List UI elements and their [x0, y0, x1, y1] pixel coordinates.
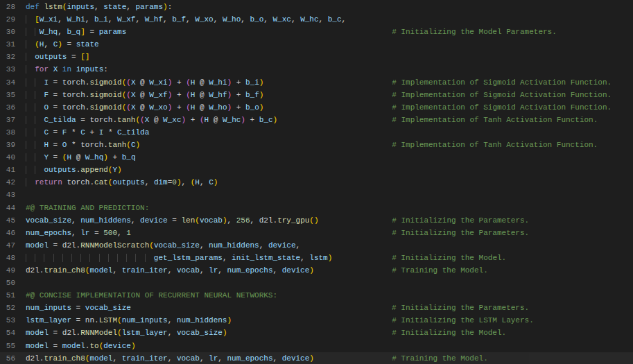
code-line-51[interactable]: 51#@ CONCISE IMPLEMENTATION OF RECURRENT… — [0, 289, 633, 302]
line-number[interactable]: 55 — [0, 340, 21, 352]
code-line-29[interactable]: 29 [W_xi, W_hi, b_i, W_xf, W_hf, b_f, W_… — [0, 13, 633, 26]
line-number[interactable]: 47 — [0, 239, 21, 252]
token-var: inputs — [67, 3, 94, 11]
code-line-47[interactable]: 47model = d2l.RNNModelScratch(vocab_size… — [0, 239, 633, 252]
code-line-31[interactable]: 31 (H, C) = state — [0, 38, 633, 51]
line-number[interactable]: 54 — [0, 327, 21, 339]
indent-guide — [26, 178, 35, 187]
line-number[interactable]: 36 — [0, 101, 21, 114]
line-number[interactable]: 44 — [0, 202, 21, 214]
token-b1: ( — [35, 40, 40, 49]
code-line-45[interactable]: 45vocab_size, num_hiddens, device = len(… — [0, 214, 633, 227]
token-var: vocab — [200, 216, 223, 225]
code-editor[interactable]: 28def lstm(inputs, state, params):29 [W_… — [0, 0, 633, 364]
token-var: vocab — [177, 354, 200, 363]
indent-guide — [26, 166, 35, 174]
line-number[interactable]: 41 — [0, 164, 21, 176]
token-plain: @ — [149, 116, 163, 124]
line-number[interactable]: 43 — [0, 189, 21, 201]
code-line-50[interactable]: 50 — [0, 277, 633, 289]
indent-guide — [53, 254, 62, 262]
line-number[interactable]: 30 — [0, 26, 21, 38]
token-var: model — [26, 329, 49, 337]
token-num: 256 — [236, 216, 250, 225]
line-number[interactable]: 52 — [0, 302, 21, 314]
token-plain: + — [85, 128, 99, 137]
line-number[interactable]: 49 — [0, 264, 21, 277]
token-plain: d2l. — [26, 354, 44, 363]
code-line-40[interactable]: 40 Y = (H @ W_hq) + b_q — [0, 151, 633, 164]
token-plain: * — [67, 128, 80, 137]
token-var: model — [89, 266, 112, 275]
token-fn: sigmoid — [89, 91, 121, 99]
line-number[interactable]: 28 — [0, 1, 21, 13]
line-number[interactable]: 29 — [0, 13, 21, 26]
inline-comment: # Initializing the Model. — [392, 254, 506, 262]
code-line-41[interactable]: 41 outputs.append(Y) — [0, 164, 633, 176]
line-number[interactable]: 31 — [0, 38, 21, 51]
code-line-49[interactable]: 49d2l.train_ch8(model, train_iter, vocab… — [0, 264, 633, 277]
code-line-48[interactable]: 48 get_lstm_params, init_lstm_state, lst… — [0, 252, 633, 264]
token-b2: ( — [126, 103, 131, 112]
token-var: b_f — [172, 15, 186, 24]
code-line-46[interactable]: 46num_epochs, lr = 500, 1 # Initializing… — [0, 227, 633, 239]
token-plain: = nn. — [71, 316, 99, 324]
line-number[interactable]: 51 — [0, 289, 21, 302]
inline-comment: # Training the Model. — [392, 354, 488, 363]
line-number[interactable]: 42 — [0, 176, 21, 189]
line-number[interactable]: 35 — [0, 89, 21, 101]
code-line-33[interactable]: 33 for X in inputs: — [0, 63, 633, 76]
token-b1: ) — [223, 216, 227, 225]
token-var: vocab_size — [177, 329, 223, 337]
indent-guide — [26, 40, 35, 49]
token-var: vocab — [177, 266, 200, 275]
token-fn: tanh — [117, 116, 135, 124]
line-number[interactable]: 53 — [0, 314, 21, 327]
token-var: H — [195, 178, 200, 187]
token-plain: = — [67, 53, 80, 61]
line-number[interactable]: 34 — [0, 76, 21, 89]
code-line-35[interactable]: 35 F = torch.sigmoid((X @ W_xf) + (H @ W… — [0, 89, 633, 101]
code-text — [21, 277, 633, 289]
token-comment: #@ TRAINING AND PREDICTION: — [26, 204, 149, 212]
code-line-38[interactable]: 38 C = F * C + I * C_tilda — [0, 126, 633, 139]
code-line-36[interactable]: 36 O = torch.sigmoid((X @ W_xo) + (H @ W… — [0, 101, 633, 114]
code-line-54[interactable]: 54model = d2l.RNNModel(lstm_layer, vocab… — [0, 327, 633, 339]
line-number[interactable]: 48 — [0, 252, 21, 264]
line-number[interactable]: 33 — [0, 63, 21, 76]
line-number[interactable]: 50 — [0, 277, 21, 289]
line-number[interactable]: 46 — [0, 227, 21, 239]
code-line-55[interactable]: 55model = model.to(device) — [0, 340, 633, 352]
line-number[interactable]: 56 — [0, 352, 21, 364]
code-line-30[interactable]: 30 W_hq, b_q] = params # Initializing th… — [0, 26, 633, 38]
token-var: lr — [209, 354, 218, 363]
line-number[interactable]: 38 — [0, 126, 21, 139]
token-fn: RNNModelScratch — [80, 241, 149, 250]
code-line-56[interactable]: 56d2l.train_ch8(model, train_iter, vocab… — [0, 352, 633, 364]
token-b1: () — [309, 216, 318, 225]
code-text: [W_xi, W_hi, b_i, W_xf, W_hf, b_f, W_xo,… — [21, 13, 633, 26]
code-line-37[interactable]: 37 C_tilda = torch.tanh((X @ W_xc) + (H … — [0, 114, 633, 126]
line-number[interactable]: 37 — [0, 114, 21, 126]
line-number[interactable]: 39 — [0, 139, 21, 151]
code-line-52[interactable]: 52num_inputs = vocab_size # Initializing… — [0, 302, 633, 314]
code-line-43[interactable]: 43 — [0, 189, 633, 201]
code-line-44[interactable]: 44#@ TRAINING AND PREDICTION: — [0, 202, 633, 214]
token-var: W_hc — [223, 116, 241, 124]
code-line-28[interactable]: 28def lstm(inputs, state, params): — [0, 1, 633, 13]
code-line-53[interactable]: 53lstm_layer = nn.LSTM(num_inputs, num_h… — [0, 314, 633, 327]
line-number[interactable]: 40 — [0, 151, 21, 164]
code-text: return torch.cat(outputs, dim=0), (H, C) — [21, 176, 633, 189]
line-number[interactable]: 32 — [0, 51, 21, 63]
code-line-32[interactable]: 32 outputs = [] — [0, 51, 633, 63]
code-line-42[interactable]: 42 return torch.cat(outputs, dim=0), (H,… — [0, 176, 633, 189]
code-line-39[interactable]: 39 H = O * torch.tanh(C) # Implementatio… — [0, 139, 633, 151]
code-line-34[interactable]: 34 I = torch.sigmoid((X @ W_xi) + (H @ W… — [0, 76, 633, 89]
token-var: W_xf — [117, 15, 135, 24]
line-number[interactable]: 45 — [0, 214, 21, 227]
inline-comment: # Implementation of Tanh Activation Func… — [392, 116, 598, 124]
token-plain: , — [182, 178, 191, 187]
token-plain: , — [263, 15, 272, 24]
indent-guide — [108, 254, 117, 262]
token-plain: , — [126, 3, 135, 11]
